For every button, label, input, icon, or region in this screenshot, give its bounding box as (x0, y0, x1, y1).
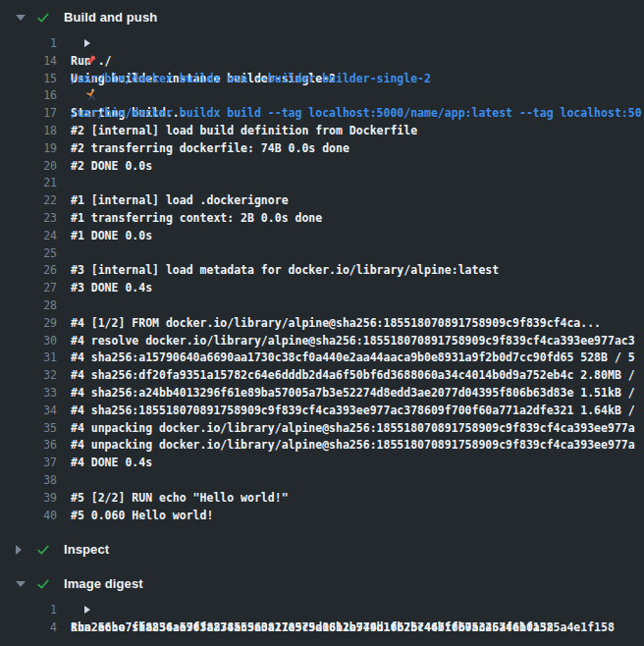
line-number[interactable]: 25 (0, 245, 57, 263)
log-line: 30 #4 resolve docker.io/library/alpine@s… (0, 333, 644, 350)
line-number[interactable]: 34 (0, 403, 57, 420)
log-line: 21 (0, 175, 644, 192)
log-text: #4 sha256:a15790640a6690aa1730c38cf0a440… (71, 350, 644, 367)
line-number[interactable]: 22 (0, 192, 57, 210)
log-line: 37 #4 DONE 0.4s (0, 455, 644, 472)
line-number[interactable]: 27 (0, 280, 57, 297)
line-number[interactable]: 1 (0, 602, 57, 619)
line-number[interactable]: 30 (0, 333, 57, 350)
log-line: 26 #3 [internal] load metadata for docke… (0, 262, 644, 280)
log-text: #4 sha256:df20fa9351a15782c64e6dddb2d4a6… (71, 367, 644, 385)
line-number[interactable]: 15 (0, 71, 57, 88)
log-line: 24 #1 DONE 0.0s (0, 228, 644, 245)
line-number[interactable]: 16 (0, 87, 57, 105)
log-text: #5 [2/2] RUN echo "Hello world!" (71, 490, 644, 508)
check-icon (36, 577, 50, 591)
line-number[interactable]: 21 (0, 175, 57, 192)
log-line: 25 (0, 245, 644, 263)
section-inspect: Inspect (0, 532, 644, 566)
pushpin-icon (84, 54, 97, 67)
log-text: #4 resolve docker.io/library/alpine@sha2… (71, 333, 644, 350)
check-icon (36, 543, 50, 557)
line-number[interactable]: 39 (0, 490, 57, 508)
log-line: 14 Using builder instance builder-single… (0, 53, 644, 71)
log-line: 22 #1 [internal] load .dockerignore (0, 192, 644, 210)
line-number[interactable]: 18 (0, 123, 57, 140)
section-content: 1 Run ./ 14 Using builder instance build… (0, 34, 644, 532)
line-number[interactable]: 32 (0, 367, 57, 385)
log-line: 29 #4 [1/2] FROM docker.io/library/alpin… (0, 315, 644, 333)
log-text: #4 DONE 0.4s (71, 455, 644, 472)
line-number[interactable]: 1 (0, 35, 57, 53)
log-line: 39 #5 [2/2] RUN echo "Hello world!" (0, 490, 644, 508)
line-number[interactable]: 35 (0, 420, 57, 438)
line-number[interactable]: 31 (0, 350, 57, 367)
line-number[interactable]: 24 (0, 228, 57, 245)
line-number[interactable]: 38 (0, 472, 57, 490)
log-text: #3 [internal] load metadata for docker.i… (71, 262, 644, 280)
line-number[interactable]: 37 (0, 455, 57, 472)
log-line: 27 #3 DONE 0.4s (0, 280, 644, 297)
log-line: 40 #5 0.060 Hello world! (0, 508, 644, 525)
log-text: #1 transferring context: 2B 0.0s done (71, 210, 644, 228)
log-text: #4 unpacking docker.io/library/alpine@sh… (71, 437, 644, 455)
log-text: sha256:e7ff8834a5963a2785c5a0811e979d16b… (71, 619, 644, 637)
log-sections: Build and push 1 Run ./ 14 Using builder… (0, 0, 644, 645)
log-text: #5 0.060 Hello world! (71, 508, 644, 525)
log-line: 32 #4 sha256:df20fa9351a15782c64e6dddb2d… (0, 367, 644, 385)
log-line: 28 (0, 297, 644, 315)
log-line: 20 #2 DONE 0.0s (0, 158, 644, 176)
log-text: #4 sha256:a24bb4013296f61e89ba57005a7b3e… (71, 385, 644, 403)
log-line: 38 (0, 472, 644, 490)
line-number[interactable]: 33 (0, 385, 57, 403)
line-number[interactable]: 19 (0, 140, 57, 158)
log-text: #1 DONE 0.0s (71, 228, 644, 245)
log-text: #1 [internal] load .dockerignore (71, 192, 644, 210)
log-text: #3 DONE 0.4s (71, 280, 644, 297)
log-text: #4 [1/2] FROM docker.io/library/alpine@s… (71, 315, 644, 333)
log-text: /usr/bin/docker buildx build --tag local… (71, 105, 644, 123)
workflow-log-viewer: Build and push 1 Run ./ 14 Using builder… (0, 0, 644, 646)
line-number[interactable]: 23 (0, 210, 57, 228)
section-title: Inspect (64, 542, 109, 557)
line-number[interactable]: 17 (0, 105, 57, 123)
log-line: 16 Starting build... (0, 87, 644, 105)
line-number[interactable]: 26 (0, 262, 57, 280)
section-build-and-push: Build and push 1 Run ./ 14 Using builder… (0, 0, 644, 532)
line-number[interactable]: 28 (0, 297, 57, 315)
check-icon (36, 11, 50, 25)
log-line: 31 #4 sha256:a15790640a6690aa1730c38cf0a… (0, 350, 644, 367)
log-line: 17 /usr/bin/docker buildx build --tag lo… (0, 105, 644, 123)
chevron-down-icon (16, 15, 26, 21)
log-text: #2 [internal] load build definition from… (71, 123, 644, 140)
line-number[interactable]: 4 (0, 619, 57, 637)
log-line: 33 #4 sha256:a24bb4013296f61e89ba57005a7… (0, 385, 644, 403)
log-line: 18 #2 [internal] load build definition f… (0, 123, 644, 140)
log-line: 19 #2 transferring dockerfile: 74B 0.0s … (0, 140, 644, 158)
log-line: 34 #4 sha256:185518070891758909c9f839cf4… (0, 403, 644, 420)
log-line: 36 #4 unpacking docker.io/library/alpine… (0, 437, 644, 455)
line-number[interactable]: 40 (0, 508, 57, 525)
log-text: #4 unpacking docker.io/library/alpine@sh… (71, 420, 644, 438)
line-number[interactable]: 36 (0, 437, 57, 455)
runner-icon (84, 88, 97, 101)
log-text: #4 sha256:185518070891758909c9f839cf4ca3… (71, 403, 644, 420)
section-header-inspect[interactable]: Inspect (0, 532, 644, 566)
expand-arrow-icon (84, 606, 90, 614)
log-line: 1 Run echo sha256:e7ff8834a5963a2785c5a0… (0, 602, 644, 619)
log-line: 23 #1 transferring context: 2B 0.0s done (0, 210, 644, 228)
log-text: #2 transferring dockerfile: 74B 0.0s don… (71, 140, 644, 158)
line-number[interactable]: 29 (0, 315, 57, 333)
chevron-right-icon (16, 545, 22, 555)
section-content: 1 Run echo sha256:e7ff8834a5963a2785c5a0… (0, 601, 644, 645)
line-number[interactable]: 14 (0, 53, 57, 71)
section-image-digest: Image digest 1 Run echo sha256:e7ff8834a… (0, 566, 644, 645)
chevron-down-icon (16, 581, 26, 587)
log-line: 35 #4 unpacking docker.io/library/alpine… (0, 420, 644, 438)
line-number[interactable]: 20 (0, 158, 57, 176)
log-text: #2 DONE 0.0s (71, 158, 644, 176)
log-line: 4 sha256:e7ff8834a5963a2785c5a0811e979d1… (0, 619, 644, 637)
